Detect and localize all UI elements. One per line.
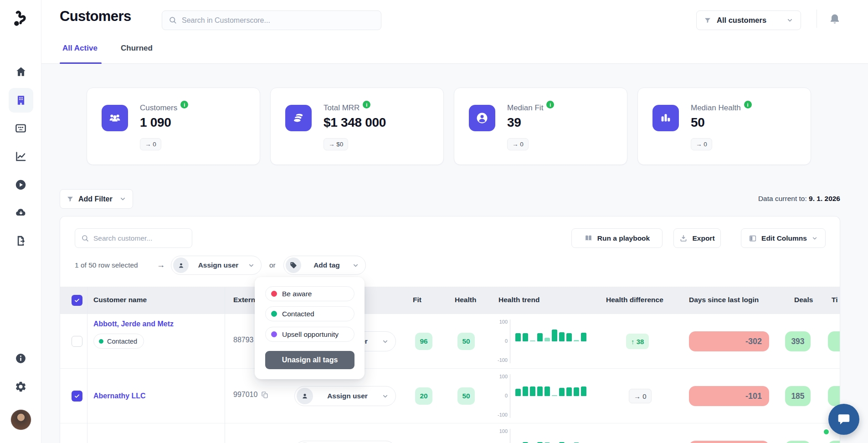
col-deals[interactable]: Deals [794,296,813,304]
chevron-down-icon [382,338,389,345]
col-customer-name[interactable]: Customer name [93,296,147,304]
stat-value: 39 [507,115,521,130]
health-score: 50 [457,333,475,350]
person-icon [173,258,189,273]
sidebar-item-customers-active[interactable] [0,88,41,113]
sidebar-item-home[interactable] [0,59,41,84]
global-search-input[interactable] [182,16,364,25]
customer-link[interactable]: Abernathy LLC [93,392,146,400]
row-assign-user-dropdown[interactable]: Assign user [294,386,396,406]
chart-y-axis: 1000-100 [498,319,510,363]
bar-chart-icon [652,105,679,131]
col-health-trend[interactable]: Health trend [498,296,539,304]
sidebar [0,0,41,443]
sidebar-item-meetings[interactable] [0,115,41,141]
stat-label: Median Health [691,103,741,113]
edit-columns-button[interactable]: Edit Columns [741,228,826,248]
health-trend-chart: 1000-100 [498,374,649,418]
health-difference-badge: ↑ 38 [626,334,649,349]
table-search[interactable] [75,228,192,248]
user-avatar [10,409,31,430]
col-external[interactable]: Extern [233,296,255,304]
edit-columns-label: Edit Columns [761,234,807,242]
chevron-down-icon [119,196,126,202]
col-fit[interactable]: Fit [413,296,421,304]
building-icon [15,94,27,106]
chart-y-axis: 1000-100 [498,374,510,418]
row-checkbox[interactable] [72,336,82,347]
bell-icon [828,13,841,26]
customer-link[interactable]: Abbott, Jerde and Metz [93,320,174,328]
run-playbook-button[interactable]: Run a playbook [571,228,663,248]
add-tag-dropdown[interactable]: Add tag [283,256,366,275]
unassign-all-tags-button[interactable]: Unasign all tags [265,351,354,369]
sidebar-item-exports[interactable] [0,228,41,253]
export-button[interactable]: Export [673,228,721,248]
add-filter-label: Add Filter [78,195,115,203]
page-title: Customers [60,8,131,25]
col-health[interactable]: Health [455,296,476,304]
line-chart-icon [15,150,27,163]
info-badge-icon[interactable]: i [363,101,370,108]
row-assign-user-dropdown[interactable] [294,441,396,443]
stat-value: 1 090 [140,115,171,130]
customers-scope-dropdown[interactable]: All customers [696,10,801,30]
tag-option-be-aware[interactable]: Be aware [265,286,354,301]
export-label: Export [692,234,714,242]
chevron-down-icon [786,17,793,24]
search-icon [81,234,89,242]
sidebar-item-settings[interactable] [0,374,41,399]
stat-value: 50 [691,115,705,130]
sidebar-item-playbooks[interactable] [0,172,41,197]
chart-bars [515,330,586,341]
tag-option-upsell-opportunity[interactable]: Upsell opportunity [265,327,354,342]
stat-delta-badge: → $0 [324,138,348,150]
chevron-down-icon [812,235,818,242]
sidebar-item-profile[interactable] [0,407,41,433]
global-search[interactable] [162,10,381,30]
days-since-login-pill [689,441,769,443]
tab-churned[interactable]: Churned [121,44,153,53]
sidebar-item-imports[interactable] [0,200,41,225]
tag-dot [271,331,277,337]
health-score: 50 [457,387,475,405]
col-days-since-last-login[interactable]: Days since last login [689,296,759,304]
info-badge-icon[interactable]: i [744,101,752,108]
tickets-pill-partial [828,386,840,406]
or-text: or [269,261,276,269]
add-filter-button[interactable]: Add Filter [60,189,133,209]
columns-icon [749,234,757,242]
tag-option-contacted[interactable]: Contacted [265,306,354,321]
deals-pill: 393 [785,331,811,351]
table-search-input[interactable] [93,234,180,242]
file-export-icon [15,235,27,247]
stat-delta-badge: → 0 [507,138,529,150]
active-tile [9,88,33,113]
app-logo[interactable] [0,6,41,30]
col-tickets[interactable]: Ti [832,296,838,304]
table-row: Abbott, Jerde and Metz Contacted 88793 A… [60,314,840,369]
column-divider [87,287,87,443]
sidebar-item-analytics[interactable] [0,144,41,169]
assign-user-dropdown[interactable]: Assign user [171,256,262,275]
chat-widget-button[interactable] [828,404,859,435]
sidebar-item-info[interactable] [0,345,41,371]
copy-icon[interactable] [261,391,269,399]
coins-icon [285,105,312,131]
info-badge-icon[interactable]: i [546,101,554,108]
active-tab-underline [60,62,102,64]
health-trend-chart: 1000-100 [498,429,649,443]
select-all-checkbox[interactable] [72,295,82,306]
info-badge-icon[interactable]: i [180,101,188,108]
row-checkbox[interactable] [72,391,82,402]
deals-pill: 185 [785,386,811,406]
gear-icon [15,381,27,393]
funnel-icon [67,196,74,203]
col-health-difference[interactable]: Health difference [606,296,663,304]
logo-icon [11,9,31,28]
book-icon [584,234,593,242]
tab-all-active[interactable]: All Active [62,44,98,53]
notifications-button[interactable] [828,13,841,27]
selection-count: 1 of 50 row selected [75,261,138,269]
fit-score: 96 [415,333,432,350]
